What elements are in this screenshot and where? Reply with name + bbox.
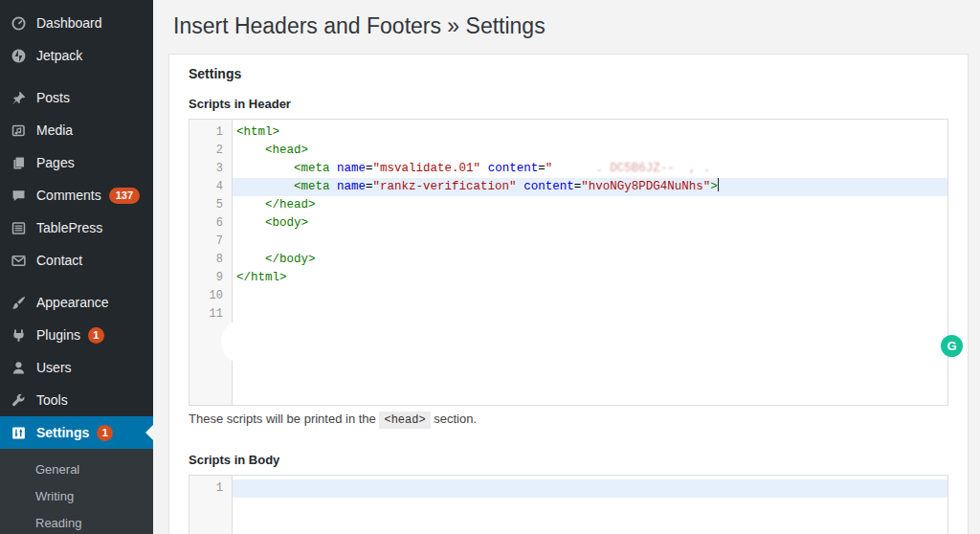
main-content: Insert Headers and Footers » Settings Se… xyxy=(153,0,980,534)
code-area[interactable] xyxy=(233,476,947,534)
text-cursor xyxy=(718,178,719,191)
code-line-7[interactable] xyxy=(233,233,947,251)
sidebar-item-posts[interactable]: Posts xyxy=(0,81,153,114)
help-suffix: section. xyxy=(431,412,477,426)
code-line-6[interactable]: <body> xyxy=(233,214,947,233)
admin-menu: DashboardJetpackPostsMediaPagesComments1… xyxy=(0,7,153,449)
pushpin-icon xyxy=(9,88,28,107)
sidebar-item-label: Appearance xyxy=(36,295,109,310)
comment-bubble-icon xyxy=(9,186,28,205)
sidebar-item-media[interactable]: Media xyxy=(0,114,153,146)
code-token: "rankz-verification" xyxy=(373,180,517,193)
sidebar-item-comments[interactable]: Comments137 xyxy=(0,179,153,211)
sidebar-item-users[interactable]: Users xyxy=(0,351,153,384)
code-token: > xyxy=(710,180,718,193)
line-number: 7 xyxy=(189,233,232,251)
code-line-11[interactable] xyxy=(233,305,947,323)
head-tag-chip: <head> xyxy=(379,412,430,429)
count-badge: 137 xyxy=(109,188,140,204)
media-icon xyxy=(9,121,28,140)
code-token: </head> xyxy=(265,198,316,211)
code-token: <body> xyxy=(265,216,308,230)
line-number: 6 xyxy=(189,214,232,233)
code-token xyxy=(517,180,524,193)
panel-heading: Settings xyxy=(189,66,948,81)
settings-panel: Settings Scripts in Header 1234567891011… xyxy=(168,54,969,534)
scripts-in-header-editor[interactable]: 1234567891011 <html> <head> <meta name="… xyxy=(189,119,948,406)
code-token: <meta xyxy=(294,180,330,193)
user-icon xyxy=(9,358,28,377)
help-prefix: These scripts will be printed in the xyxy=(189,412,379,426)
code-token: = xyxy=(366,162,373,175)
code-token xyxy=(236,144,265,157)
redaction-smudge xyxy=(221,320,265,364)
code-area[interactable]: <html> <head> <meta name="msvalidate.01"… xyxy=(233,120,947,405)
line-number: 5 xyxy=(189,196,232,214)
sidebar-item-appearance[interactable]: Appearance xyxy=(0,286,153,319)
code-token: = xyxy=(538,162,546,175)
code-token: <meta xyxy=(294,162,330,175)
line-number-gutter: 1234567891011 xyxy=(189,120,233,405)
code-token xyxy=(480,162,488,175)
scripts-in-body-label: Scripts in Body xyxy=(189,453,948,467)
submenu-item-reading[interactable]: Reading xyxy=(0,510,153,534)
count-badge: 1 xyxy=(97,425,113,441)
code-line-1[interactable] xyxy=(233,479,947,498)
sidebar-item-settings[interactable]: Settings1 xyxy=(0,416,153,449)
sidebar-item-label: Comments xyxy=(36,188,101,203)
code-token xyxy=(330,180,338,193)
code-token xyxy=(236,198,265,211)
line-number: 8 xyxy=(189,251,232,269)
jetpack-icon xyxy=(9,46,28,65)
sidebar-item-label: Pages xyxy=(36,155,75,170)
scripts-in-body-editor[interactable]: 1 xyxy=(189,475,948,534)
wordpress-admin: DashboardJetpackPostsMediaPagesComments1… xyxy=(0,0,980,534)
code-line-3[interactable]: <meta name="msvalidate.01" content=" . D… xyxy=(233,160,947,178)
submenu-item-writing[interactable]: Writing xyxy=(0,483,153,510)
settings-submenu: GeneralWritingReading xyxy=(0,449,153,534)
line-number: 1 xyxy=(189,479,232,498)
sidebar-item-tablepress[interactable]: TablePress xyxy=(0,211,153,244)
code-line-4[interactable]: <meta name="rankz-verification" content=… xyxy=(233,178,947,196)
code-token: </body> xyxy=(265,253,316,266)
code-token xyxy=(236,162,294,175)
sliders-icon xyxy=(9,423,28,442)
page-title: Insert Headers and Footers » Settings xyxy=(173,11,980,40)
code-token: "hvoNGy8PDG4NuNhs" xyxy=(581,180,710,193)
code-token: content xyxy=(488,162,539,175)
line-number-gutter: 1 xyxy=(189,476,233,534)
line-number: 1 xyxy=(189,123,232,142)
admin-sidebar: DashboardJetpackPostsMediaPagesComments1… xyxy=(0,0,153,534)
sidebar-item-dashboard[interactable]: Dashboard xyxy=(0,7,153,39)
code-line-9[interactable]: </html> xyxy=(233,269,947,287)
code-token: "msvalidate.01" xyxy=(373,162,481,175)
line-number: 9 xyxy=(189,269,232,287)
sidebar-item-label: Settings xyxy=(36,425,89,440)
sidebar-item-pages[interactable]: Pages xyxy=(0,146,153,179)
code-line-5[interactable]: </head> xyxy=(233,196,947,214)
code-token: content xyxy=(523,180,574,193)
active-item-arrow xyxy=(138,425,153,440)
grammarly-icon[interactable]: G xyxy=(941,335,963,357)
scripts-in-header-label: Scripts in Header xyxy=(189,97,948,111)
sidebar-item-tools[interactable]: Tools xyxy=(0,384,153,416)
code-line-2[interactable]: <head> xyxy=(233,142,947,160)
paintbrush-icon xyxy=(9,293,28,312)
sidebar-item-label: Posts xyxy=(36,90,70,105)
sidebar-item-plugins[interactable]: Plugins1 xyxy=(0,319,153,351)
sidebar-item-label: TablePress xyxy=(36,220,102,235)
code-token: </html> xyxy=(236,271,287,284)
code-line-1[interactable]: <html> xyxy=(233,123,947,142)
sidebar-item-contact[interactable]: Contact xyxy=(0,244,153,277)
menu-separator xyxy=(0,72,153,81)
code-line-10[interactable] xyxy=(233,287,947,305)
submenu-item-general[interactable]: General xyxy=(0,456,153,483)
envelope-icon xyxy=(9,251,28,270)
sidebar-item-label: Users xyxy=(36,360,72,375)
sidebar-item-label: Contact xyxy=(36,253,82,268)
code-token: name xyxy=(337,162,366,175)
code-line-8[interactable]: </body> xyxy=(233,251,947,269)
sidebar-item-label: Jetpack xyxy=(36,48,82,63)
redacted-text: . DC5B6JZ-- , . xyxy=(552,162,710,175)
sidebar-item-jetpack[interactable]: Jetpack xyxy=(0,39,153,72)
